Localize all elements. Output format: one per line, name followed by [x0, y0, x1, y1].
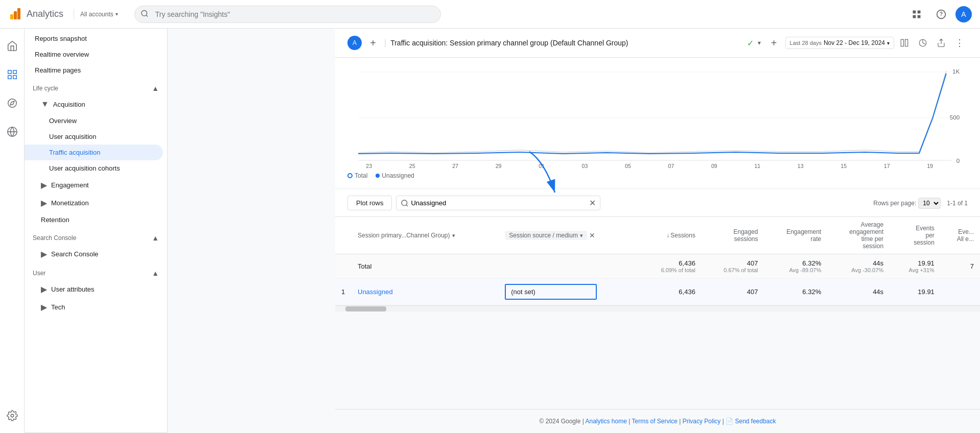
svg-rect-19: [905, 39, 908, 46]
svg-text:17: 17: [884, 163, 890, 168]
rows-per-page-select[interactable]: 10 25 50: [918, 198, 941, 209]
svg-rect-2: [17, 8, 20, 19]
sidebar-item-reports-snapshot[interactable]: Reports snapshot: [25, 29, 163, 46]
sidebar-item-user-acquisition-cohorts[interactable]: User acquisition cohorts: [25, 160, 163, 176]
sidebar-item-traffic-acquisition[interactable]: Traffic acquisition: [25, 145, 163, 160]
sidebar-item-retention[interactable]: Retention: [25, 212, 163, 228]
sidebar-item-realtime-overview[interactable]: Realtime overview: [25, 46, 163, 62]
sidebar-item-search-console[interactable]: ▶ Search Console: [25, 245, 163, 263]
search-console-expand-icon: ▶: [41, 249, 47, 259]
nav-home-button[interactable]: [0, 34, 25, 58]
section-user[interactable]: User ▲: [25, 263, 167, 280]
user-attributes-label: User attributes: [51, 285, 95, 293]
svg-line-45: [407, 205, 408, 206]
reports-snapshot-label: Reports snapshot: [35, 35, 87, 42]
svg-point-3: [142, 10, 147, 16]
add-tab-button[interactable]: +: [366, 36, 380, 50]
rows-per-page-label: Rows per page:: [873, 200, 916, 207]
date-range: Nov 22 - Dec 19, 2024: [824, 39, 885, 46]
plot-rows-button[interactable]: Plot rows: [347, 196, 392, 210]
svg-rect-0: [10, 14, 13, 19]
row1-sessions: 6,436: [639, 279, 702, 305]
data-table: Session primary...Channel Group) ▾ Sessi…: [335, 217, 980, 305]
more-options-button[interactable]: ⋮: [951, 35, 968, 51]
engagement-expand-icon: ▶: [41, 180, 47, 190]
sidebar-item-realtime-pages[interactable]: Realtime pages: [25, 62, 163, 78]
total-sessions: 6,436 6.09% of total: [639, 254, 702, 279]
rows-per-page-control: Rows per page: 10 25 50 1-1 of 1: [873, 198, 968, 209]
nav-advertising-button[interactable]: [0, 119, 25, 144]
svg-text:23: 23: [366, 163, 372, 168]
sidebar-item-tech[interactable]: ▶ Tech: [25, 298, 163, 316]
scrollbar-thumb[interactable]: [345, 306, 386, 311]
nav-settings-button[interactable]: [0, 403, 25, 428]
svg-text:19: 19: [927, 163, 933, 168]
clear-search-button[interactable]: ✕: [589, 198, 596, 208]
col-events-per-session: Events per session: [890, 217, 941, 254]
table-scroll-wrapper: Session primary...Channel Group) ▾ Sessi…: [335, 217, 980, 305]
verified-icon: ✓: [747, 38, 754, 48]
sidebar-item-overview[interactable]: Overview: [25, 113, 163, 129]
svg-text:500: 500: [950, 114, 960, 121]
sidebar-item-user-acquisition[interactable]: User acquisition: [25, 129, 163, 145]
help-button[interactable]: ?: [931, 4, 951, 25]
date-range-button[interactable]: Last 28 days Nov 22 - Dec 19, 2024 ▾: [785, 37, 894, 49]
tech-expand-icon: ▶: [41, 302, 47, 312]
page-header-avatar[interactable]: A: [347, 36, 362, 50]
row1-events-all: [941, 279, 980, 305]
overview-label: Overview: [49, 117, 77, 125]
sidebar-item-monetization[interactable]: ▶ Monetization: [25, 194, 163, 212]
total-events-per-session: 19.91 Avg +31%: [890, 254, 941, 279]
svg-point-16: [11, 414, 14, 417]
nav-explore-button[interactable]: [0, 91, 25, 115]
sidebar-item-acquisition[interactable]: ▼ Acquisition: [25, 95, 163, 113]
svg-point-15: [8, 99, 16, 108]
sidebar-item-engagement[interactable]: ▶ Engagement: [25, 176, 163, 194]
svg-rect-18: [901, 39, 903, 46]
table-search-input[interactable]: [411, 199, 587, 207]
compare-view-button[interactable]: [896, 35, 913, 51]
user-avatar-button[interactable]: A: [955, 6, 972, 22]
logo-text: Analytics: [27, 9, 63, 19]
row1-events-per-session: 19.91: [890, 279, 941, 305]
table-scrollbar[interactable]: [335, 305, 980, 311]
session-source-label: Session source / medium ▾: [505, 231, 587, 240]
footer: © 2024 Google | Analytics home | Terms o…: [335, 409, 980, 433]
session-primary-dropdown-icon[interactable]: ▾: [452, 232, 455, 239]
tech-label: Tech: [51, 303, 65, 311]
send-feedback-link[interactable]: Send feedback: [735, 418, 776, 425]
legend-total: Total: [347, 172, 367, 179]
session-source-dropdown[interactable]: ▾: [580, 232, 583, 239]
col-session-primary: Session primary...Channel Group) ▾: [352, 217, 499, 254]
legend-unassigned-icon: [376, 174, 380, 178]
retention-label: Retention: [41, 216, 69, 224]
sessions-sort[interactable]: ↓ Sessions: [645, 232, 695, 239]
share-button[interactable]: [933, 35, 949, 51]
apps-button[interactable]: [906, 4, 927, 25]
chart-svg: 1K 500 0 23 Nov 25 27 29: [347, 66, 968, 168]
realtime-overview-label: Realtime overview: [35, 51, 89, 58]
remove-session-source-button[interactable]: ✕: [589, 231, 595, 239]
svg-rect-6: [918, 10, 921, 13]
sidebar: Reports snapshot Realtime overview Realt…: [25, 29, 168, 433]
sidebar-item-user-attributes[interactable]: ▶ User attributes: [25, 280, 163, 298]
total-events-all: 7: [941, 254, 980, 279]
header-divider: |: [384, 38, 386, 47]
privacy-policy-link[interactable]: Privacy Policy: [683, 418, 721, 425]
sidebar-icon-rail: [0, 29, 25, 433]
analytics-home-link[interactable]: Analytics home: [586, 418, 627, 425]
chart-type-button[interactable]: [915, 35, 931, 51]
terms-of-service-link[interactable]: Terms of Service: [632, 418, 677, 425]
date-dropdown-icon: ▾: [887, 40, 890, 46]
title-dropdown-icon[interactable]: ▾: [758, 39, 761, 46]
section-lifecycle[interactable]: Life cycle ▲: [25, 78, 167, 95]
search-input[interactable]: [134, 6, 441, 23]
col-engagement-rate: Engagement rate: [764, 217, 828, 254]
svg-text:1K: 1K: [952, 68, 960, 75]
nav-reports-button[interactable]: [0, 62, 25, 87]
legend-total-icon: [347, 173, 353, 178]
legend-total-label: Total: [355, 172, 367, 179]
add-view-button[interactable]: +: [767, 36, 781, 50]
accounts-button[interactable]: All accounts ▾: [74, 9, 122, 20]
section-search-console[interactable]: Search Console ▲: [25, 228, 167, 245]
